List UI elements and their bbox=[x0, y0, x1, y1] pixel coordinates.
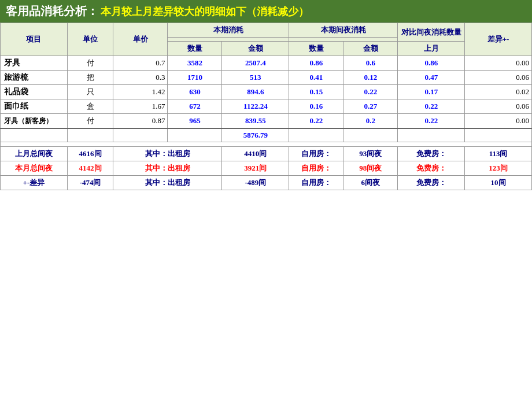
sum-value1: 4616间 bbox=[67, 147, 113, 161]
col-header-qty: 数量 bbox=[168, 42, 222, 56]
subtotal-empty6 bbox=[343, 128, 398, 142]
price-cell: 0.87 bbox=[113, 114, 168, 129]
subtotal-row: 5876.79 bbox=[1, 128, 532, 142]
sum-value4: 123间 bbox=[465, 161, 532, 176]
diff-cell: 0.06 bbox=[465, 71, 532, 85]
subtotal-empty5 bbox=[289, 128, 343, 142]
header: 客用品消耗分析： 本月较上月差异较大的明细如下（消耗减少） bbox=[0, 0, 532, 23]
item-label: 牙具 bbox=[1, 56, 68, 71]
item-label: 牙具（新客房） bbox=[1, 114, 68, 129]
sum-value4: 10间 bbox=[465, 176, 532, 190]
table-container: 项目 单位 单价 本期消耗 本期间夜消耗 对比间夜消耗数量 差异+- 数量 金额… bbox=[0, 23, 532, 190]
amount-cell: 513 bbox=[222, 71, 289, 85]
sum-label2: 其中：出租房 bbox=[113, 176, 222, 190]
diff-cell: 0.06 bbox=[465, 99, 532, 114]
sum-label1: 本月总间夜 bbox=[1, 161, 68, 176]
night-amt-cell: 0.12 bbox=[343, 71, 398, 85]
last-month-cell: 0.47 bbox=[398, 71, 465, 85]
night-amt-cell: 0.22 bbox=[343, 85, 398, 99]
qty-cell: 965 bbox=[168, 114, 222, 129]
subtotal-empty4 bbox=[168, 128, 222, 142]
sum-label4: 免费房： bbox=[398, 176, 465, 190]
price-cell: 0.7 bbox=[113, 56, 168, 71]
price-cell: 1.67 bbox=[113, 99, 168, 114]
night-qty-cell: 0.22 bbox=[289, 114, 343, 129]
col-header-night-qty: 数量 bbox=[289, 42, 343, 56]
unit-cell: 只 bbox=[67, 85, 113, 99]
subtotal-empty1 bbox=[1, 128, 68, 142]
spacer-cell bbox=[1, 142, 532, 147]
unit-cell: 付 bbox=[67, 56, 113, 71]
diff-cell: 0.02 bbox=[465, 85, 532, 99]
sum-label2: 其中：出租房 bbox=[113, 161, 222, 176]
qty-cell: 3582 bbox=[168, 56, 222, 71]
sum-label3: 自用房： bbox=[289, 176, 343, 190]
col-header-diff: 差异+- bbox=[465, 23, 532, 56]
sum-label4: 免费房： bbox=[398, 161, 465, 176]
night-amt-cell: 0.2 bbox=[343, 114, 398, 129]
night-qty-cell: 0.16 bbox=[289, 99, 343, 114]
subtotal-empty8 bbox=[465, 128, 532, 142]
sum-value1: -474间 bbox=[67, 176, 113, 190]
table-row: 面巾纸 盒 1.67 672 1122.24 0.16 0.27 0.22 0.… bbox=[1, 99, 532, 114]
qty-cell: 1710 bbox=[168, 71, 222, 85]
price-cell: 0.3 bbox=[113, 71, 168, 85]
last-month-summary-row: 上月总间夜4616间其中：出租房4410间自用房：93间夜免费房：113间 bbox=[1, 147, 532, 161]
sum-value3: 98间夜 bbox=[343, 161, 398, 176]
subtotal-amount: 5876.79 bbox=[222, 128, 289, 142]
last-month-cell: 0.22 bbox=[398, 99, 465, 114]
subtotal-empty7 bbox=[398, 128, 465, 142]
amount-cell: 2507.4 bbox=[222, 56, 289, 71]
night-qty-cell: 0.15 bbox=[289, 85, 343, 99]
table-row: 牙具 付 0.7 3582 2507.4 0.86 0.6 0.86 0.00 bbox=[1, 56, 532, 71]
night-qty-cell: 0.41 bbox=[289, 71, 343, 85]
sum-value2: 3921间 bbox=[222, 161, 289, 176]
sum-label1: 上月总间夜 bbox=[1, 147, 68, 161]
col-header-last-month: 上月 bbox=[398, 42, 465, 56]
col-header-night-amt: 金额 bbox=[343, 42, 398, 56]
last-month-cell: 0.17 bbox=[398, 85, 465, 99]
col-header-current: 本期消耗 bbox=[168, 23, 289, 38]
amount-cell: 839.55 bbox=[222, 114, 289, 129]
col-header-unit: 单位 bbox=[67, 23, 113, 56]
sum-value2: 4410间 bbox=[222, 147, 289, 161]
last-month-cell: 0.22 bbox=[398, 114, 465, 129]
amount-cell: 894.6 bbox=[222, 85, 289, 99]
sum-label3: 自用房： bbox=[289, 147, 343, 161]
col-header-price: 单价 bbox=[113, 23, 168, 56]
col-header-compare: 对比间夜消耗数量 bbox=[398, 23, 465, 42]
item-label: 礼品袋 bbox=[1, 85, 68, 99]
sum-label4: 免费房： bbox=[398, 147, 465, 161]
col-header-current2 bbox=[168, 38, 289, 42]
sum-label2: 其中：出租房 bbox=[113, 147, 222, 161]
last-month-cell: 0.86 bbox=[398, 56, 465, 71]
sum-value2: -489间 bbox=[222, 176, 289, 190]
qty-cell: 630 bbox=[168, 85, 222, 99]
title-main: 客用品消耗分析： bbox=[6, 3, 98, 19]
night-amt-cell: 0.27 bbox=[343, 99, 398, 114]
subtotal-empty2 bbox=[67, 128, 113, 142]
diff-summary-row: +-差异-474间其中：出租房-489间自用房：6间夜免费房：10间 bbox=[1, 176, 532, 190]
spacer-row bbox=[1, 142, 532, 147]
col-header-item: 项目 bbox=[1, 23, 68, 56]
sum-label3: 自用房： bbox=[289, 161, 343, 176]
night-qty-cell: 0.86 bbox=[289, 56, 343, 71]
col-header-amount: 金额 bbox=[222, 42, 289, 56]
night-amt-cell: 0.6 bbox=[343, 56, 398, 71]
qty-cell: 672 bbox=[168, 99, 222, 114]
item-label: 面巾纸 bbox=[1, 99, 68, 114]
diff-cell: 0.00 bbox=[465, 114, 532, 129]
title-sub: 本月较上月差异较大的明细如下（消耗减少） bbox=[101, 5, 309, 19]
sum-value3: 6间夜 bbox=[343, 176, 398, 190]
col-header-night2 bbox=[289, 38, 398, 42]
sum-value1: 4142间 bbox=[67, 161, 113, 176]
item-label: 旅游梳 bbox=[1, 71, 68, 85]
sum-value4: 113间 bbox=[465, 147, 532, 161]
unit-cell: 把 bbox=[67, 71, 113, 85]
sum-value3: 93间夜 bbox=[343, 147, 398, 161]
col-header-night: 本期间夜消耗 bbox=[289, 23, 398, 38]
diff-cell: 0.00 bbox=[465, 56, 532, 71]
table-row: 礼品袋 只 1.42 630 894.6 0.15 0.22 0.17 0.02 bbox=[1, 85, 532, 99]
table-row: 牙具（新客房） 付 0.87 965 839.55 0.22 0.2 0.22 … bbox=[1, 114, 532, 129]
this-month-summary-row: 本月总间夜4142间其中：出租房3921间自用房：98间夜免费房：123间 bbox=[1, 161, 532, 176]
